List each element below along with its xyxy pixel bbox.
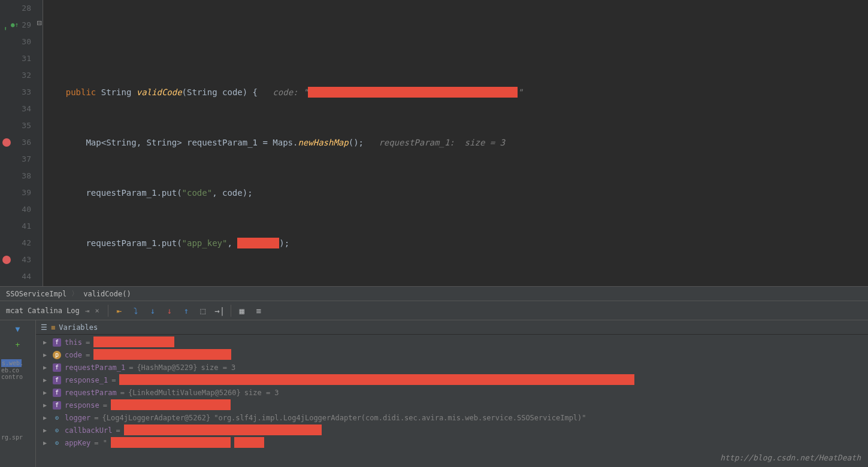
expand-icon[interactable]: ▶: [43, 389, 49, 396]
expand-icon[interactable]: ▶: [43, 351, 49, 358]
step-over-icon[interactable]: ⤵: [130, 305, 142, 317]
gutter-line[interactable]: 28: [0, 0, 31, 17]
redacted: [234, 437, 264, 448]
run-to-cursor-icon[interactable]: →|: [214, 305, 226, 317]
variable-name: callbackUrl: [65, 426, 112, 435]
variables-label: Variables: [59, 323, 98, 332]
code-area[interactable]: public String validCode(String code) { c…: [43, 0, 868, 286]
variable-row[interactable]: ▶frequestParam_1 = {HashMap@5229} size =…: [38, 361, 866, 374]
redacted: [308, 87, 518, 98]
gutter-line[interactable]: ⬆●↑29: [0, 17, 31, 34]
expand-icon[interactable]: ▶: [43, 339, 49, 345]
gutter-line[interactable]: 43: [0, 251, 31, 268]
gutter-line[interactable]: 36: [0, 134, 31, 151]
variable-row[interactable]: ▶⊙callbackUrl =: [38, 424, 866, 436]
variables-icon: ≡: [51, 323, 55, 332]
variable-row[interactable]: ▶frequestParam = {LinkedMultiValueMap@52…: [38, 386, 866, 399]
gutter-line[interactable]: 41: [0, 218, 31, 235]
redacted: [111, 399, 231, 410]
drop-frame-icon[interactable]: ⬚: [197, 305, 209, 317]
variable-icon: p: [53, 351, 61, 359]
variable-row[interactable]: ▶fthis =: [38, 336, 866, 348]
variable-name: response_1: [65, 376, 108, 384]
project-tree-fragment: s.web.s eb.co contro rg.spr: [0, 358, 23, 467]
step-out-icon[interactable]: ↑: [180, 305, 192, 317]
restore-icon[interactable]: ☰: [41, 323, 47, 332]
gutter-line[interactable]: 31: [0, 50, 31, 67]
keyword: public: [66, 87, 96, 97]
breakpoint-icon[interactable]: [2, 256, 11, 264]
variables-header[interactable]: ☰ ≡ Variables: [36, 320, 868, 335]
variable-row[interactable]: ▶⊙logger = {Log4jLoggerAdapter@5262} "or…: [38, 411, 866, 424]
redacted: [119, 374, 634, 385]
debug-tab[interactable]: mcat Catalina Log ⇥ ×: [2, 304, 103, 317]
variable-icon: f: [53, 363, 61, 372]
evaluate-icon[interactable]: ▦: [236, 305, 248, 317]
gutter-line[interactable]: 33: [0, 84, 31, 101]
gutter-line[interactable]: 40: [0, 201, 31, 218]
chevron-right-icon: 〉: [71, 289, 78, 299]
variable-name: response: [65, 401, 99, 410]
watermark: http://blog.csdn.net/HeatDeath: [720, 453, 861, 462]
gutter: 28 ⬆●↑29 30 31 32 33 34 35 36 37 38 39 4…: [0, 0, 36, 286]
filter-icon[interactable]: ▼: [12, 323, 24, 335]
variable-row[interactable]: ▶fresponse_1 =: [38, 374, 866, 386]
variable-icon: ⊙: [53, 426, 61, 435]
debug-panel: mcat Catalina Log ⇥ × ⇤ ⤵ ↓ ↓ ↑ ⬚ →| ▦ ≡…: [0, 301, 868, 467]
variable-icon: f: [53, 376, 61, 384]
variable-row[interactable]: ▶⊙appKey = ": [38, 436, 866, 449]
variable-icon: f: [53, 401, 61, 410]
variable-row[interactable]: ▶pcode =: [38, 348, 866, 361]
gutter-line[interactable]: 38: [0, 168, 31, 184]
breakpoint-icon[interactable]: [2, 138, 11, 147]
variable-name: appKey: [65, 439, 90, 447]
redacted: [93, 349, 231, 360]
editor-area: 28 ⬆●↑29 30 31 32 33 34 35 36 37 38 39 4…: [0, 0, 868, 286]
variable-name: code: [65, 351, 82, 359]
expand-icon[interactable]: ▶: [43, 364, 49, 371]
gutter-line[interactable]: 32: [0, 67, 31, 84]
gutter-line[interactable]: 37: [0, 151, 31, 168]
debug-toolbar: mcat Catalina Log ⇥ × ⇤ ⤵ ↓ ↓ ↑ ⬚ →| ▦ ≡: [0, 301, 868, 320]
variable-name: this: [65, 338, 82, 347]
expand-icon[interactable]: ▶: [43, 414, 49, 421]
variable-icon: f: [53, 338, 61, 347]
variable-name: requestParam: [65, 389, 117, 397]
force-step-into-icon[interactable]: ↓: [164, 305, 176, 317]
variable-name: logger: [65, 414, 90, 422]
variable-row[interactable]: ▶fresponse =: [38, 399, 866, 411]
variable-icon: ⊙: [53, 414, 61, 422]
expand-icon[interactable]: ▶: [43, 427, 49, 433]
inline-hint: code: ": [273, 87, 308, 97]
inline-hint: requestParam_1: size = 3: [379, 138, 505, 147]
breadcrumb-item[interactable]: validCode(): [83, 290, 131, 298]
expand-icon[interactable]: ▶: [43, 439, 49, 446]
expand-icon[interactable]: ▶: [43, 402, 49, 408]
show-execution-icon[interactable]: ⇤: [113, 305, 125, 317]
trace-icon[interactable]: ≡: [253, 305, 265, 317]
gutter-line[interactable]: 30: [0, 34, 31, 50]
gutter-line[interactable]: 34: [0, 101, 31, 117]
variable-name: requestParam_1: [65, 363, 125, 372]
method-name: validCode: [137, 87, 182, 97]
pin-icon[interactable]: ⇥: [81, 307, 89, 315]
fold-region[interactable]: ⊟: [36, 0, 43, 286]
variables-panel: ☰ ≡ Variables ▶fthis = ▶pcode = ▶freques…: [36, 320, 868, 467]
close-icon[interactable]: ×: [90, 307, 99, 315]
breadcrumb-item[interactable]: SSOServiceImpl: [6, 290, 66, 298]
new-watch-icon[interactable]: +: [12, 338, 24, 350]
gutter-line[interactable]: 42: [0, 235, 31, 251]
step-into-icon[interactable]: ↓: [147, 305, 159, 317]
redacted: [93, 336, 174, 347]
redacted: [111, 437, 231, 448]
redacted: [237, 238, 279, 248]
variable-icon: ⊙: [53, 439, 61, 447]
gutter-line[interactable]: 39: [0, 184, 31, 201]
gutter-line[interactable]: 44: [0, 268, 31, 285]
gutter-line[interactable]: 35: [0, 117, 31, 134]
redacted: [124, 424, 322, 435]
expand-icon[interactable]: ▶: [43, 377, 49, 383]
variable-icon: f: [53, 389, 61, 397]
breadcrumb: SSOServiceImpl 〉 validCode(): [0, 286, 868, 301]
run-icon[interactable]: ●↑: [11, 17, 19, 34]
